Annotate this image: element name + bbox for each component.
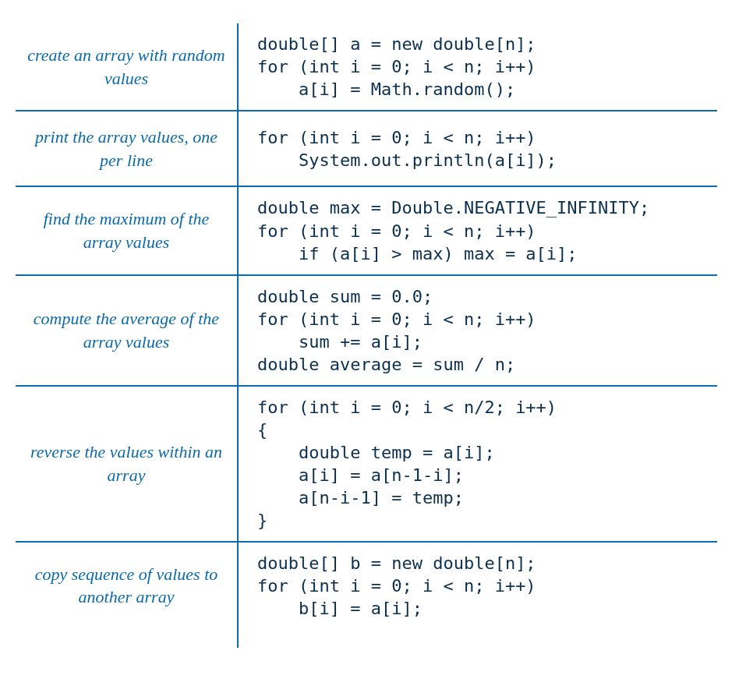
- table-row: compute the average of the array values …: [16, 276, 717, 385]
- row-code-cell: double sum = 0.0; for (int i = 0; i < n;…: [238, 276, 717, 385]
- row-description: create an array with random values: [16, 23, 238, 110]
- table-stub: [16, 629, 717, 648]
- code-snippet: for (int i = 0; i < n/2; i++) { double t…: [257, 396, 717, 532]
- code-snippet: double[] b = new double[n]; for (int i =…: [257, 552, 717, 620]
- code-idioms-table: create an array with random values doubl…: [16, 23, 717, 648]
- row-code-cell: for (int i = 0; i < n/2; i++) { double t…: [238, 387, 717, 541]
- row-description: copy sequence of values to another array: [16, 543, 238, 629]
- row-description: find the maximum of the array values: [16, 187, 238, 274]
- code-snippet: double sum = 0.0; for (int i = 0; i < n;…: [257, 285, 717, 376]
- table-row: reverse the values within an array for (…: [16, 387, 717, 541]
- row-code-cell: double max = Double.NEGATIVE_INFINITY; f…: [238, 187, 717, 274]
- table-row: print the array values, one per line for…: [16, 111, 717, 186]
- row-description: compute the average of the array values: [16, 276, 238, 385]
- table-row: create an array with random values doubl…: [16, 23, 717, 110]
- row-description: reverse the values within an array: [16, 387, 238, 541]
- code-snippet: double max = Double.NEGATIVE_INFINITY; f…: [257, 196, 717, 264]
- table-row: find the maximum of the array values dou…: [16, 187, 717, 274]
- code-snippet: double[] a = new double[n]; for (int i =…: [257, 33, 717, 101]
- row-code-cell: for (int i = 0; i < n; i++) System.out.p…: [238, 111, 717, 186]
- table-row: copy sequence of values to another array…: [16, 543, 717, 629]
- code-snippet: for (int i = 0; i < n; i++) System.out.p…: [257, 126, 717, 171]
- row-code-cell: double[] b = new double[n]; for (int i =…: [238, 543, 717, 629]
- row-code-cell: double[] a = new double[n]; for (int i =…: [238, 23, 717, 110]
- row-description: print the array values, one per line: [16, 111, 238, 186]
